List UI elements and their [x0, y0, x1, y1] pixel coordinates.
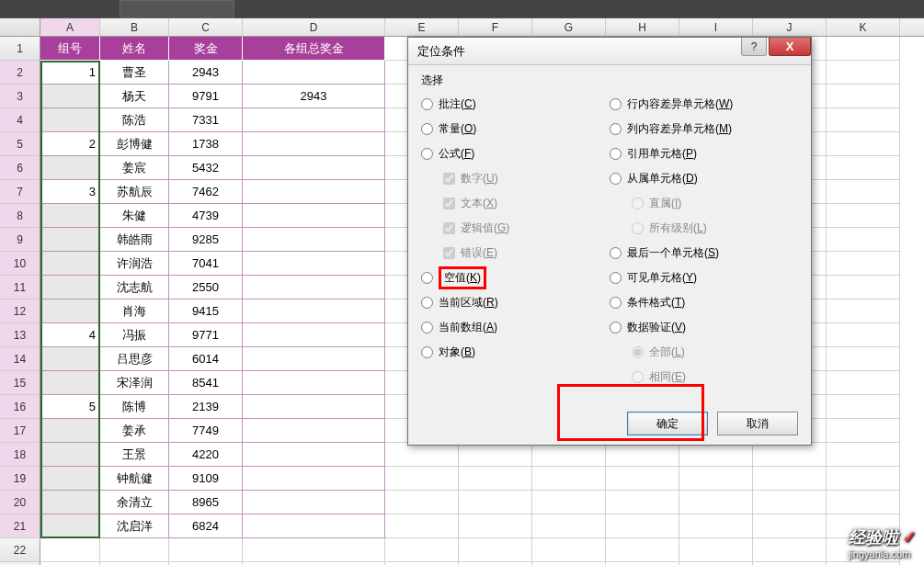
col-header-C[interactable]: C — [169, 18, 243, 36]
cell[interactable] — [827, 467, 900, 491]
cell[interactable]: 4739 — [169, 204, 243, 228]
cell[interactable] — [385, 491, 459, 514]
cell[interactable] — [753, 514, 827, 538]
cell[interactable]: 各组总奖金 — [243, 37, 385, 61]
cell[interactable] — [243, 276, 385, 299]
option-current_region[interactable]: 当前区域(R) — [421, 290, 610, 315]
cell[interactable] — [243, 514, 385, 538]
row-header[interactable]: 6 — [0, 156, 40, 180]
dialog-titlebar[interactable]: 定位条件 ? X — [408, 38, 811, 65]
cell[interactable]: 陈浩 — [100, 108, 169, 132]
cell[interactable]: 姜承 — [100, 419, 169, 443]
col-header-G[interactable]: G — [532, 18, 606, 36]
option-comments[interactable]: 批注(C) — [421, 92, 610, 117]
option-input-cond_fmt[interactable] — [610, 297, 622, 309]
cell[interactable]: 9109 — [169, 467, 243, 491]
cell[interactable]: 曹圣 — [100, 61, 169, 85]
cell[interactable] — [532, 514, 606, 538]
row-header[interactable]: 18 — [0, 443, 40, 467]
row-header[interactable]: 21 — [0, 514, 40, 538]
cell[interactable] — [243, 323, 385, 347]
cell[interactable] — [243, 371, 385, 395]
cell[interactable] — [827, 347, 900, 371]
cell[interactable] — [243, 467, 385, 491]
cell[interactable] — [827, 108, 900, 132]
close-button[interactable]: X — [769, 38, 811, 56]
cell[interactable]: 7041 — [169, 252, 243, 276]
row-header[interactable]: 19 — [0, 467, 40, 491]
cell[interactable]: 陈博 — [100, 395, 169, 419]
cell[interactable] — [753, 491, 827, 514]
cell[interactable] — [459, 467, 532, 491]
cell[interactable]: 1 — [40, 61, 100, 85]
ok-button[interactable]: 确定 — [627, 412, 708, 435]
cell[interactable] — [827, 323, 900, 347]
cell[interactable]: 吕思彦 — [100, 347, 169, 371]
cell[interactable] — [40, 514, 100, 538]
help-button[interactable]: ? — [741, 38, 767, 56]
cell[interactable] — [40, 443, 100, 467]
cell[interactable] — [459, 491, 532, 514]
cell[interactable] — [243, 443, 385, 467]
cell[interactable] — [40, 156, 100, 180]
option-input-current_array[interactable] — [421, 322, 433, 333]
cell[interactable]: 9415 — [169, 299, 243, 323]
cell[interactable] — [40, 228, 100, 252]
col-header-F[interactable]: F — [459, 18, 532, 36]
cell[interactable] — [827, 443, 900, 467]
option-formulas[interactable]: 公式(F) — [421, 141, 610, 166]
cell[interactable] — [827, 395, 900, 419]
cell[interactable] — [679, 538, 753, 562]
cell[interactable] — [606, 514, 679, 538]
cell[interactable] — [459, 443, 532, 467]
cell[interactable] — [243, 204, 385, 228]
cell[interactable] — [827, 299, 900, 323]
cell[interactable]: 7749 — [169, 419, 243, 443]
cell[interactable]: 钟航健 — [100, 467, 169, 491]
row-header[interactable]: 11 — [0, 276, 40, 299]
cell[interactable] — [827, 252, 900, 276]
cell[interactable] — [243, 228, 385, 252]
option-dependents[interactable]: 从属单元格(D) — [610, 166, 798, 191]
option-cond_fmt[interactable]: 条件格式(T) — [610, 290, 798, 315]
option-constants[interactable]: 常量(O) — [421, 117, 610, 141]
cell[interactable] — [679, 467, 753, 491]
cell[interactable] — [169, 538, 243, 562]
cell[interactable] — [40, 371, 100, 395]
cell[interactable] — [827, 85, 900, 108]
option-row_diff[interactable]: 行内容差异单元格(W) — [610, 92, 798, 117]
cell[interactable] — [606, 538, 679, 562]
option-input-dependents[interactable] — [610, 173, 622, 185]
cell[interactable] — [753, 443, 827, 467]
cell[interactable] — [243, 419, 385, 443]
row-header[interactable]: 13 — [0, 323, 40, 347]
option-col_diff[interactable]: 列内容差异单元格(M) — [610, 117, 798, 141]
cell[interactable] — [385, 514, 459, 538]
cell[interactable]: 9791 — [169, 85, 243, 108]
cell[interactable] — [679, 443, 753, 467]
option-data_val[interactable]: 数据验证(V) — [610, 315, 798, 340]
col-header-J[interactable]: J — [753, 18, 827, 36]
cell[interactable]: 6824 — [169, 514, 243, 538]
cell[interactable]: 5432 — [169, 156, 243, 180]
cell[interactable] — [40, 491, 100, 514]
option-input-precedents[interactable] — [610, 148, 622, 160]
cell[interactable] — [459, 514, 532, 538]
cell[interactable] — [606, 467, 679, 491]
cell[interactable] — [40, 347, 100, 371]
cell[interactable] — [243, 491, 385, 514]
cell[interactable]: 王景 — [100, 443, 169, 467]
cell[interactable] — [827, 228, 900, 252]
option-precedents[interactable]: 引用单元格(P) — [610, 141, 798, 166]
cell[interactable] — [243, 252, 385, 276]
cell[interactable]: 2550 — [169, 276, 243, 299]
cell[interactable]: 2943 — [169, 61, 243, 85]
cell[interactable] — [40, 467, 100, 491]
row-header[interactable]: 3 — [0, 85, 40, 108]
cell[interactable]: 宋泽润 — [100, 371, 169, 395]
cell[interactable]: 2 — [40, 132, 100, 156]
option-input-current_region[interactable] — [421, 297, 433, 309]
cell[interactable] — [679, 491, 753, 514]
cell[interactable] — [40, 85, 100, 108]
cell[interactable] — [827, 276, 900, 299]
